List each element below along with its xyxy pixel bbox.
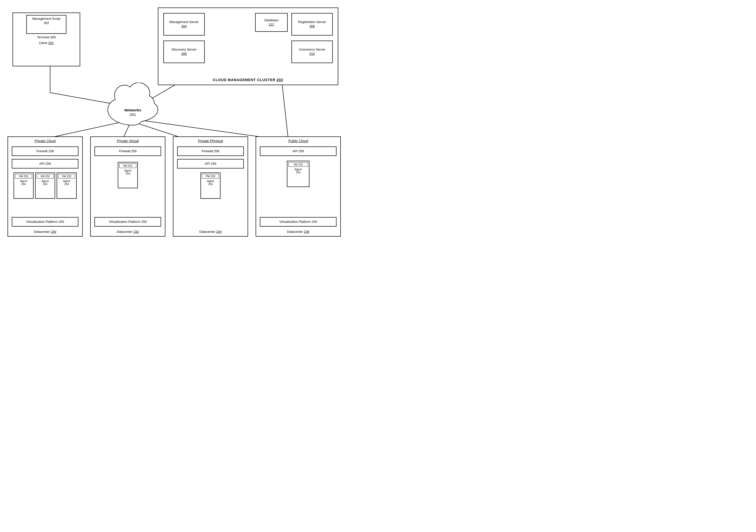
management-server-box: Management Server 204	[163, 13, 205, 36]
architecture-diagram: Management Script 262 Terminal 260 Clien…	[0, 0, 351, 245]
firewall-230-box: Firewall 258	[12, 146, 78, 156]
pm-234-3: PM 253 Agent254	[201, 172, 221, 199]
commerce-server-label: Commerce Server 210	[299, 48, 325, 56]
cloud-management-cluster-box: Management Server 204 Registration Serve…	[158, 8, 338, 85]
datacenter-234-box: Private Physical Firewall 258 API 256 PM…	[173, 137, 248, 237]
management-script-box: Management Script 262	[26, 15, 67, 34]
api-230-box: API 256	[12, 159, 78, 168]
private-virtual-label: Private Virtual	[91, 139, 165, 143]
vm-232-3: VM 252 Agent254	[118, 162, 138, 188]
commerce-server-box: Commerce Server 210	[291, 40, 333, 63]
database-box: Database 212	[255, 13, 288, 32]
vm-230-1: VM 252 Agent254	[14, 172, 34, 199]
networks-cloud: Networks 201	[98, 83, 168, 130]
firewall-232-box: Firewall 258	[94, 146, 161, 156]
virt-platform-232-label: Virtualization Platform 250	[109, 220, 147, 224]
management-script-label: Management Script 262	[28, 17, 65, 25]
database-label: Database 212	[264, 18, 278, 27]
public-cloud-label: Public Cloud	[256, 139, 340, 143]
private-cloud-label: Private Cloud	[8, 139, 82, 143]
registration-server-box: Registration Server 208	[291, 13, 333, 36]
terminal-label: Terminal 260	[15, 35, 78, 39]
virt-platform-232-box: Virtualization Platform 250	[94, 217, 161, 227]
registration-server-label: Registration Server 208	[298, 20, 326, 29]
api-236-box: API 256	[260, 146, 337, 156]
datacenter-236-label: Datacenter 236	[256, 230, 340, 234]
discovery-server-label: Discovery Server 206	[172, 48, 197, 56]
datacenter-232-label: Datacenter 232	[91, 230, 165, 234]
firewall-232-label: Firewall 258	[119, 149, 137, 153]
api-230-label: API 256	[39, 162, 51, 166]
virt-platform-230-box: Virtualization Platform 250	[12, 217, 78, 227]
svg-text:Networks: Networks	[124, 108, 141, 112]
firewall-234-box: Firewall 258	[177, 146, 244, 156]
firewall-234-label: Firewall 258	[202, 149, 219, 153]
discovery-server-box: Discovery Server 206	[163, 40, 205, 63]
management-server-label: Management Server 204	[169, 20, 199, 29]
datacenter-234-label: Datacenter 234	[174, 230, 248, 234]
datacenter-232-box: Private Virtual Firewall 258 VM 252 Agen…	[90, 137, 165, 237]
api-234-label: API 256	[205, 162, 216, 166]
api-234-box: API 256	[177, 159, 244, 168]
datacenter-230-box: Private Cloud Firewall 258 API 256 VM 25…	[8, 137, 83, 237]
cluster-label: CLOUD MANAGEMENT CLUSTER 202	[158, 78, 338, 82]
datacenter-236-box: Public Cloud API 256 VM 252 Agent254 VM …	[256, 137, 341, 237]
virt-platform-236-label: Virtualization Platform 250	[279, 220, 317, 224]
svg-text:201: 201	[129, 113, 136, 117]
vm-236-3: VM 252 Agent254	[287, 161, 310, 187]
virt-platform-230-label: Virtualization Platform 250	[26, 220, 64, 224]
datacenter-230-label: Datacenter 230	[8, 230, 82, 234]
api-236-label: API 256	[292, 149, 304, 153]
client-box: Management Script 262 Terminal 260 Clien…	[13, 13, 80, 66]
vm-230-2: VM 252 Agent254	[35, 172, 55, 199]
firewall-230-label: Firewall 258	[36, 149, 54, 153]
private-physical-label: Private Physical	[174, 139, 248, 143]
virt-platform-236-box: Virtualization Platform 250	[260, 217, 337, 227]
client-label: Client 202	[15, 41, 78, 45]
vm-230-3: VM 252 Agent254	[57, 172, 77, 199]
